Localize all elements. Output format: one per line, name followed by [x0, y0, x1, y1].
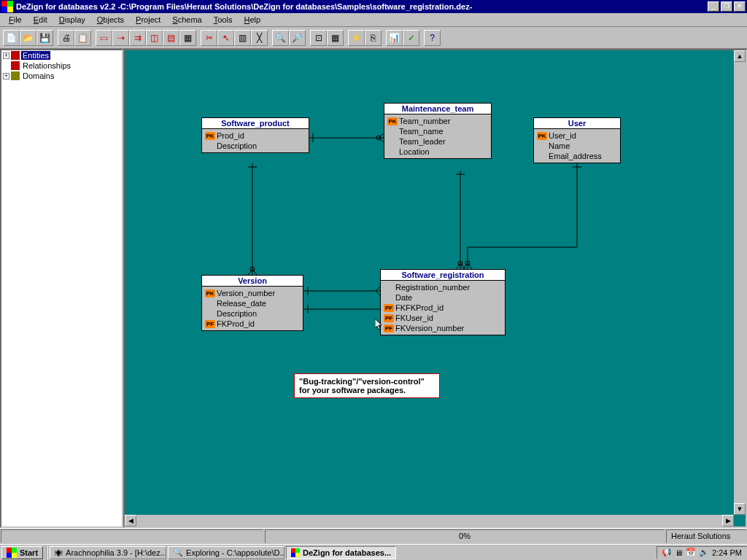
entity-user[interactable]: UserPKUser_idNameEmail_address: [533, 117, 621, 163]
title-bar: DeZign for databases v2.2 -C:\Program Fi…: [0, 0, 747, 13]
tray-icon[interactable]: 🔊: [699, 548, 709, 557]
zoom-in-button[interactable]: 🔎: [289, 30, 306, 46]
entity-maintenance_team[interactable]: Maintenance_teamPKTeam_numberTeam_nameTe…: [384, 103, 492, 159]
tray-icon[interactable]: 📅: [686, 548, 696, 557]
system-tray[interactable]: 📢 🖥 📅 🔊 2:24 PM: [657, 546, 747, 559]
menu-project[interactable]: Project: [130, 14, 166, 26]
copy-button[interactable]: 📋: [74, 30, 91, 46]
entity-attribute: Date: [384, 292, 502, 303]
app-icon: 🕷: [55, 548, 63, 557]
foreign-key-icon: PF: [384, 314, 394, 322]
taskbar: Start 🕷Arachnophilia 3.9 - [H:\dez... 🔍E…: [0, 544, 747, 560]
minimize-button[interactable]: _: [708, 1, 719, 12]
line-button[interactable]: ╳: [251, 30, 268, 46]
status-vendor: Heraut Solutions: [666, 529, 746, 543]
entity-header: Version: [202, 276, 303, 287]
check-button[interactable]: ✓: [403, 30, 419, 46]
menu-bar: File Edit Display Objects Project Schema…: [0, 13, 747, 27]
fit-button[interactable]: ⊡: [310, 30, 327, 46]
tray-icon[interactable]: 📢: [662, 548, 672, 557]
scroll-down-button[interactable]: ▼: [734, 503, 746, 515]
tree-item-domains[interactable]: + Domains: [1, 71, 122, 81]
entity-attribute: Registration_number: [384, 282, 502, 292]
scroll-left-button[interactable]: ◀: [125, 515, 136, 526]
grid-button[interactable]: ▦: [327, 30, 344, 46]
menu-objects[interactable]: Objects: [91, 14, 130, 26]
menu-help[interactable]: Help: [238, 14, 266, 26]
domain-icon: [11, 71, 20, 80]
entity-header: User: [534, 118, 620, 129]
clock[interactable]: 2:24 PM: [712, 548, 742, 557]
scroll-right-button[interactable]: ▶: [722, 515, 734, 526]
entity-version[interactable]: VersionPKVersion_numberRelease_dateDescr…: [201, 275, 303, 331]
vertical-scrollbar[interactable]: ▲ ▼: [734, 50, 746, 515]
entity-attribute: PKUser_id: [537, 131, 617, 141]
app-icon: [1, 1, 13, 12]
entity-header: Maintenance_team: [384, 104, 491, 114]
entity-attribute: PFFKVersion_number: [384, 323, 502, 333]
entity-attribute: Team_name: [387, 126, 488, 136]
text-button[interactable]: ▥: [234, 30, 251, 46]
primary-key-icon: PK: [205, 289, 215, 298]
maximize-button[interactable]: ❐: [721, 1, 732, 12]
entity-header: Software_product: [202, 118, 309, 129]
tree-item-entities[interactable]: + Entities: [1, 50, 122, 61]
expand-icon[interactable]: +: [3, 52, 9, 59]
horizontal-scrollbar[interactable]: ◀ ▶: [125, 515, 734, 526]
menu-edit[interactable]: Edit: [28, 14, 53, 26]
entity-attribute: PFFKProd_id: [205, 319, 300, 329]
diagram-note[interactable]: "Bug-tracking"/"version-control" for you…: [294, 373, 440, 398]
scroll-up-button[interactable]: ▲: [734, 50, 746, 62]
tray-icon[interactable]: 🖥: [675, 548, 683, 557]
start-button[interactable]: Start: [1, 546, 43, 559]
identifying-relation-button[interactable]: ⇉: [129, 30, 146, 46]
status-bar: 0% Heraut Solutions: [0, 528, 747, 544]
entity-tool-button[interactable]: ▭: [96, 30, 112, 46]
zoom-out-button[interactable]: 🔍: [272, 30, 289, 46]
entity-attribute: Name: [537, 141, 617, 151]
note-tool-button[interactable]: ▤: [163, 30, 179, 46]
primary-key-icon: PK: [387, 117, 398, 125]
tree-item-relationships[interactable]: Relationships: [1, 61, 122, 71]
entity-attribute: Description: [205, 308, 300, 319]
entity-attribute: Description: [205, 141, 306, 151]
explorer-icon: 🔍: [173, 548, 183, 557]
category-button[interactable]: ◫: [146, 30, 163, 46]
workspace: + Entities Relationships + Domains: [0, 49, 747, 528]
menu-file[interactable]: File: [3, 14, 28, 26]
foreign-key-icon: PF: [384, 324, 394, 332]
entity-attribute: PFFKUser_id: [384, 313, 502, 323]
expand-icon[interactable]: +: [3, 73, 9, 79]
view-tool-button[interactable]: ▦: [179, 30, 196, 46]
window-title: DeZign for databases v2.2 -C:\Program Fi…: [16, 2, 706, 11]
arrow-button[interactable]: ↖: [217, 30, 234, 46]
task-button[interactable]: DeZign for databases...: [286, 546, 396, 559]
delete-button[interactable]: ✂: [201, 30, 217, 46]
open-button[interactable]: 📂: [20, 30, 36, 46]
print-button[interactable]: 🖨: [58, 30, 74, 46]
entity-attribute: PKVersion_number: [205, 288, 300, 298]
help-button[interactable]: ?: [424, 30, 441, 46]
close-button[interactable]: ✕: [734, 1, 746, 12]
entity-software_registration[interactable]: Software_registrationRegistration_number…: [380, 269, 506, 335]
save-button[interactable]: 💾: [36, 30, 53, 46]
entity-attribute: Email_address: [537, 151, 617, 161]
entity-software_product[interactable]: Software_productPKProd_idDescription: [201, 117, 309, 153]
reverse-button[interactable]: ⎘: [365, 30, 382, 46]
diagram-canvas[interactable]: Software_productPKProd_idDescriptionMain…: [123, 49, 747, 528]
new-button[interactable]: 📄: [3, 30, 20, 46]
task-button[interactable]: 🔍Exploring - C:\appsolute\D...: [168, 546, 285, 559]
task-button[interactable]: 🕷Arachnophilia 3.9 - [H:\dez...: [50, 546, 166, 559]
generate-button[interactable]: ⚡: [348, 30, 365, 46]
relation-tool-button[interactable]: ⇢: [112, 30, 129, 46]
windows-icon: [7, 548, 17, 558]
status-message: [1, 529, 263, 543]
menu-schema[interactable]: Schema: [166, 14, 207, 26]
menu-display[interactable]: Display: [53, 14, 91, 26]
entity-attribute: PKTeam_number: [387, 116, 488, 126]
app-icon: [291, 548, 300, 557]
report-button[interactable]: 📊: [386, 30, 403, 46]
tree-panel[interactable]: + Entities Relationships + Domains: [0, 49, 123, 528]
primary-key-icon: PK: [205, 132, 215, 140]
menu-tools[interactable]: Tools: [208, 14, 239, 26]
